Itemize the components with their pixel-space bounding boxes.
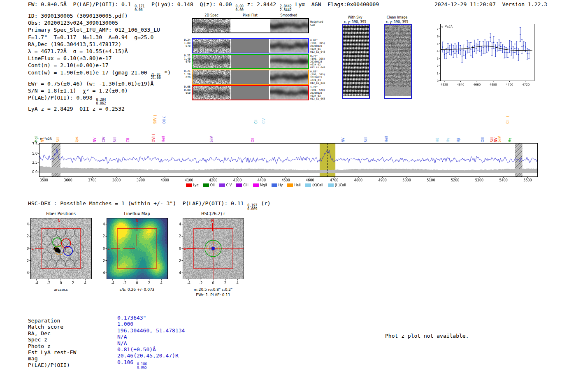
text-segment: RA,Dec (196.304413,51.478172) [28, 41, 121, 47]
text-segment: Primary Spec_Slot_IFU_AMP: 012_106_033_L… [28, 27, 160, 33]
match-table-label: mag [28, 355, 76, 362]
weight-line: 050 [173, 92, 190, 95]
spec2d-row-info: 0.81"(590, 395)20200123v024_01012_LU_043 [310, 39, 325, 53]
spec2d-image [193, 70, 230, 84]
legend-label: Lyα [193, 183, 199, 187]
stacked-value: 2.84422.8442 [280, 5, 292, 12]
info-line: LyA z = 2.8429 OII z = 0.2532 [28, 105, 171, 112]
stacked-lo: 0.065 [137, 366, 147, 370]
text-segment: P(LAE)/P(OII): 0.098 [28, 95, 95, 101]
text-segment: N/A [117, 340, 127, 346]
text-segment: EW: 0.8±0.5Å P(LAE)/P(OII): 0.1 [28, 1, 134, 7]
withsky-coords: x, y: 590, 395 [334, 20, 376, 24]
stacked-lo: 21.00 [151, 77, 160, 80]
match-table-label: Separation [28, 318, 76, 324]
text-segment: λ = 4671.72Å σ = 10.55(±4.15)Å [28, 48, 128, 54]
text-segment: F=1.7" T=0.117 [28, 34, 83, 40]
match-table-value: 20.46(20.45,20.47)R [117, 353, 185, 359]
fiber-info-line: v024_02 [310, 63, 325, 66]
stacked-value: 0.1860.065 [137, 363, 147, 370]
fiber-info-line: 012_LU_043 [310, 50, 325, 53]
legend-item: (H)CaII [328, 183, 346, 187]
cleanimage-coords: x, y: 590, 395 [376, 20, 418, 24]
fiber-positions-cutout [21, 217, 94, 287]
report-header-summary: EW: 0.8±0.5Å P(LAE)/P(OII): 0.1 0.1710.0… [28, 1, 379, 12]
legend-label: CIII [243, 183, 249, 187]
hsc-r-cutout [173, 217, 246, 287]
legend-swatch [253, 183, 259, 187]
photz-note: Phot z plot not available. [385, 332, 469, 339]
smoothed-image [270, 39, 308, 53]
weight-line: 070 [173, 60, 190, 64]
legend-swatch [219, 183, 225, 187]
spec2d-row-weights: 0.221.40070 [173, 54, 190, 64]
elixer-report-page: EW: 0.8±0.5Å P(LAE)/P(OII): 0.1 0.1710.0… [0, 0, 576, 392]
legend-item: OII [203, 183, 215, 187]
stacked-lo: 0.062 [96, 102, 106, 106]
info-line: Cont(w) = 1.90(±0.01)e-17 (gmag 21.00 21… [28, 69, 171, 80]
text-segment: EWr = 0.75(±0.46) (w: -1.30(±0.01)e19)Å [28, 81, 153, 87]
pixel-flat-image [231, 39, 269, 53]
match-table-label: Spec z [28, 336, 76, 343]
text-segment: 0.81(±0.50)Å [117, 346, 156, 353]
stacked-value: 0.2040.062 [96, 98, 106, 105]
lineflux-map-title: Lineflux Map [96, 211, 178, 216]
fiber-info-line: 012_LU_043 [310, 81, 325, 84]
text-segment: LyA z = 2.8429 OII z = 0.2532 [28, 106, 125, 112]
fiber-info-line: v024_01 [310, 47, 325, 50]
text-segment: N/A [117, 334, 127, 340]
legend-label: MgII [260, 183, 267, 187]
fiber-info-line: (591, 570) [310, 88, 325, 91]
spec2d-strip-segments [193, 55, 308, 68]
legend-swatch [328, 183, 334, 187]
text-segment: S/N = 1.8(±1.1) χ² = 1.2(±0.0) [28, 88, 128, 94]
smoothed-image [270, 86, 308, 100]
info-line: Cont(n) = 2.10(±0.00)e-17 [28, 62, 171, 69]
report-datetime: 2024-12-29 11:20:07 [434, 1, 496, 7]
legend-swatch [272, 183, 277, 187]
match-table-value: 0.81(±0.50)Å [117, 346, 185, 353]
stacked-lo: 0.06 [135, 9, 144, 12]
blank-segment [231, 19, 269, 32]
emission-line-label: SiIV { [153, 114, 158, 124]
info-line: Primary Spec_Slot_IFU_AMP: 012_106_033_L… [28, 26, 171, 33]
info-line: ID: 3090130005 (3090130005.pdf) [28, 12, 171, 19]
spec2d-strip-segments [193, 70, 308, 84]
stacked-value: 0.000.00 [236, 5, 244, 12]
pixel-flat-image [231, 55, 269, 68]
match-table-labels: SeparationMatch scoreRA, DecSpec zPhoto … [28, 318, 76, 368]
col-header-pixelflat: Pixel Flat [234, 14, 267, 17]
spec2d-strip-row [192, 85, 309, 100]
emission-line-label: CII [254, 120, 258, 124]
match-table-value: 196.304460, 51.478134 [117, 327, 185, 334]
info-line: Obs: 20200123v024_3090130005 [28, 19, 171, 26]
spec2d-row-info: 1.70"(591, 570)20200123v024_03012_LU_063 [310, 86, 325, 100]
spec2d-strip-row [192, 18, 309, 33]
text-segment: 0.106 [117, 359, 137, 365]
legend-label: (K)CaII [312, 183, 323, 187]
text-segment: (r) [258, 200, 270, 206]
fiber-positions-title: Fiber Positions [20, 211, 102, 216]
match-table-label: Match score [28, 324, 76, 330]
spec2d-image [193, 55, 230, 68]
stacked-value: 0.1710.06 [135, 5, 144, 12]
pixel-flat-image [231, 70, 269, 84]
fiber-info-line: 0.77" [310, 54, 325, 57]
spec2d-strip-row [192, 54, 309, 69]
match-table-value: 1.000 [117, 321, 185, 327]
legend-item: CIV [219, 183, 232, 187]
fiber-info-line: 20200123 [310, 44, 325, 47]
info-line: λ = 4671.72Å σ = 10.55(±4.15)Å [28, 48, 171, 55]
fiber-info-line: 0.81" [310, 39, 325, 42]
emission-line-label: OII { [163, 116, 167, 124]
hsc-dex-match-summary: HSC-DEX : Possible Matches = 1 (within +… [28, 200, 271, 211]
match-table-label: RA, Dec [28, 330, 76, 336]
spec2d-row-weights: 0.211.26070 [173, 70, 190, 79]
text-segment: g [134, 34, 137, 40]
legend-item: HeII [287, 183, 301, 187]
legend-swatch [236, 183, 242, 187]
text-segment: 20.46(20.45,20.47)R [117, 353, 179, 359]
legend-item: MgII [253, 183, 267, 187]
legend-swatch [305, 183, 311, 187]
text-segment: =25.0 [137, 34, 153, 40]
